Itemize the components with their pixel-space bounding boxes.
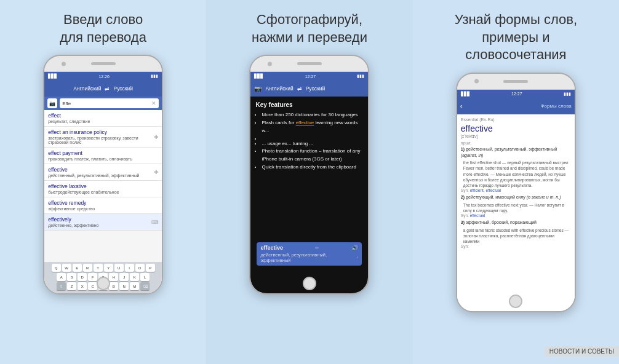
- key-backspace[interactable]: ⌫: [140, 282, 150, 290]
- search-input-left[interactable]: Effe ✕: [60, 98, 159, 108]
- panel2-title: Сфотографируй, нажми и переведи: [246, 11, 373, 46]
- dict-trans-effective: действенный, результативный, эффективный: [48, 173, 158, 178]
- word-popup[interactable]: effective ✏ 🔊 действенный, результативны…: [257, 242, 362, 266]
- key-F[interactable]: F: [88, 273, 97, 281]
- status-bar-right: ▊▊▊ 12:27 ▮▮▮: [457, 90, 575, 98]
- dict-item-remedy[interactable]: effective remedy эффективное средство: [44, 197, 162, 214]
- volume-up-btn: [43, 93, 44, 105]
- volume-up-btn-right: [456, 111, 457, 123]
- key-O[interactable]: O: [135, 264, 145, 272]
- key-T[interactable]: T: [94, 264, 103, 272]
- key-L[interactable]: L: [140, 273, 150, 281]
- dict-item-laxative[interactable]: effective laxative быстродействующее сла…: [44, 181, 162, 197]
- key-M[interactable]: M: [130, 282, 139, 290]
- camera-view: Key features More than 250 dictionaries …: [250, 97, 368, 293]
- dict-word-effect: effect: [48, 113, 158, 119]
- keyboard-icon: ⌨: [151, 220, 159, 225]
- popup-pencil-icon: ✏: [315, 245, 319, 251]
- front-camera: [62, 61, 66, 66]
- phone-middle: ▊▊▊ 12:27 ▮▮▮ 📷 Английский ⇌ Русский Key…: [249, 55, 369, 295]
- dict-item-effect[interactable]: effect результат, следствие: [44, 110, 162, 127]
- search-bar-left: 📷 Effe ✕: [44, 97, 162, 110]
- dict-item-effectively[interactable]: effectively действенно, эффективно ⌨: [44, 214, 162, 231]
- dict-word-effective: effective: [48, 167, 158, 173]
- key-Q[interactable]: Q: [52, 264, 61, 272]
- key-B[interactable]: B: [109, 282, 118, 290]
- panel-middle: Сфотографируй, нажми и переведи ▊▊▊ 12:2…: [206, 0, 412, 364]
- key-J[interactable]: J: [119, 273, 129, 281]
- dict-trans-laxative: быстродействующее слабительное: [48, 190, 158, 194]
- camera-bullets: More than 250 dictionaries for 30 langua…: [255, 111, 363, 172]
- status-time-mid: 12:27: [305, 74, 316, 79]
- key-D[interactable]: D: [78, 273, 87, 281]
- dict-trans-remedy: эффективное средство: [48, 207, 158, 211]
- key-P[interactable]: P: [146, 264, 155, 272]
- lang-switch-mid[interactable]: ⇌: [297, 85, 302, 92]
- dict-example-1a: the first effective shot — первый резуль…: [463, 160, 571, 165]
- camera-icon-left[interactable]: 📷: [47, 98, 57, 108]
- key-I[interactable]: I: [125, 264, 134, 272]
- home-button-right[interactable]: [509, 295, 522, 308]
- key-Z[interactable]: Z: [67, 282, 76, 290]
- dict-word-remedy: effective remedy: [48, 200, 158, 206]
- key-E[interactable]: E: [73, 264, 82, 272]
- camera-text: Key features More than 250 dictionaries …: [250, 97, 368, 176]
- key-A[interactable]: A: [57, 273, 66, 281]
- syn-link-1b[interactable]: effectual: [486, 188, 501, 192]
- search-text-left: Effe: [62, 101, 71, 106]
- camera-icon-mid[interactable]: 📷: [254, 85, 262, 92]
- popup-sound-icon[interactable]: 🔊: [351, 245, 358, 251]
- panel-left: Введи слово для перевода ▊▊▊ 12:26 ▮▮▮ А…: [0, 0, 206, 364]
- lang-switch-left[interactable]: ⇌: [105, 85, 110, 92]
- status-bar-left: ▊▊▊ 12:26 ▮▮▮: [44, 72, 162, 81]
- search-clear-left[interactable]: ✕: [151, 100, 156, 106]
- dict-trans-effect: результат, следствие: [48, 119, 158, 124]
- home-button-left[interactable]: [97, 277, 110, 290]
- syn-link-2[interactable]: effectual: [470, 213, 485, 218]
- dict-item-effective[interactable]: effective действенный, результативный, э…: [44, 164, 162, 181]
- bullet-2: Flash cards for effective learning new w…: [262, 119, 363, 135]
- home-button-mid[interactable]: [303, 277, 316, 290]
- syn-link-1a[interactable]: efficient: [470, 188, 484, 192]
- speaker-grille-mid: [297, 62, 322, 65]
- popup-expand-icon[interactable]: ›: [357, 255, 359, 260]
- key-N[interactable]: N: [119, 282, 129, 290]
- dict-def-3: 3) эффектный, броский, поражающий: [461, 220, 571, 226]
- status-bar-mid: ▊▊▊ 12:27 ▮▮▮: [250, 72, 368, 81]
- back-button-right[interactable]: ‹: [460, 102, 463, 111]
- phone-top-bar-right: [457, 74, 575, 90]
- dict-syn-3: Syn:: [461, 244, 571, 248]
- power-btn: [162, 105, 163, 124]
- power-btn-right: [575, 123, 576, 141]
- key-K[interactable]: K: [130, 273, 139, 281]
- dict-source: Essential (En-Ru): [461, 117, 571, 122]
- dict-syn-2: Syn: effectual: [461, 213, 571, 218]
- add-icon-effective[interactable]: ✚: [154, 169, 159, 175]
- add-icon-insurance[interactable]: ✚: [154, 134, 159, 140]
- key-W[interactable]: W: [62, 264, 71, 272]
- dict-item-insurance[interactable]: effect an insurance policy застраховать,…: [44, 127, 162, 148]
- volume-up-btn-mid: [249, 93, 250, 105]
- phone-right: ▊▊▊ 12:27 ▮▮▮ ‹ Формы слова Essential (E…: [456, 73, 576, 312]
- key-U[interactable]: U: [114, 264, 124, 272]
- effective-underline: effective: [296, 120, 314, 125]
- key-Y[interactable]: Y: [104, 264, 113, 272]
- dict-example-2: The tax becomes effective next year. — Н…: [463, 202, 571, 213]
- key-S[interactable]: S: [67, 273, 76, 281]
- phone-left: ▊▊▊ 12:26 ▮▮▮ Английский ⇌ Русский 📷 Eff…: [43, 55, 163, 295]
- key-X[interactable]: X: [78, 282, 87, 290]
- status-signal-mid: ▊▊▊: [254, 74, 263, 79]
- dict-word-payment: effect payment: [48, 150, 158, 156]
- dict-item-payment[interactable]: effect payment производить платеж, плати…: [44, 148, 162, 164]
- lang1-mid: Английский: [265, 85, 293, 92]
- status-time-left: 12:26: [98, 74, 110, 79]
- key-shift[interactable]: ⇧: [57, 282, 66, 290]
- app-header-right: ‹ Формы слова: [457, 98, 575, 114]
- key-H[interactable]: H: [109, 273, 118, 281]
- status-battery-right: ▮▮▮: [564, 92, 571, 97]
- power-btn-mid: [369, 105, 369, 124]
- speaker-grille-right: [503, 80, 528, 83]
- key-R[interactable]: R: [83, 264, 92, 272]
- status-time-right: 12:27: [511, 92, 522, 96]
- dict-trans-effectively: действенно, эффективно: [48, 223, 158, 228]
